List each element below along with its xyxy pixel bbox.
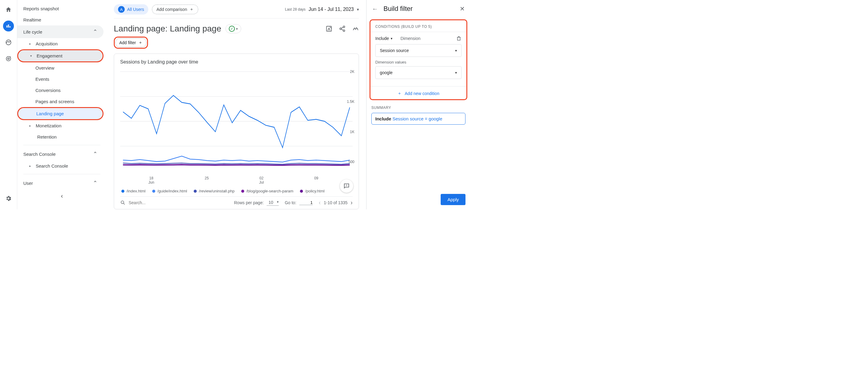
chevron-down-icon: ▾ <box>236 27 238 31</box>
caret-right-icon: ▸ <box>29 124 31 127</box>
segment-letter: A <box>118 6 125 13</box>
legend-label: /policy.html <box>305 189 324 193</box>
collapse-sidebar-icon[interactable]: ‹ <box>17 189 106 202</box>
add-comparison-label: Add comparison <box>156 7 187 12</box>
goto-page-input[interactable] <box>299 200 313 205</box>
chevron-down-icon: ▾ <box>455 49 457 53</box>
sidebar-item-label: Engagement <box>37 53 62 58</box>
sidebar-item-conversions[interactable]: Conversions <box>17 85 103 96</box>
caret-down-icon: ▾ <box>30 54 32 58</box>
sidebar-item-label: Retention <box>37 134 57 139</box>
legend-item[interactable]: /policy.html <box>300 189 324 193</box>
plus-icon: ＋ <box>189 7 194 12</box>
sidebar-item-label: Acquisition <box>36 41 58 46</box>
sidebar-item-pages-screens[interactable]: Pages and screens <box>17 96 103 107</box>
customize-icon[interactable] <box>326 25 332 32</box>
search-icon <box>120 200 126 205</box>
rows-per-page-select[interactable]: 10 <box>267 199 279 206</box>
home-icon[interactable] <box>3 4 14 15</box>
legend-item[interactable]: /index.html <box>121 189 146 193</box>
svg-point-9 <box>357 28 358 29</box>
prev-page-icon[interactable]: ‹ <box>319 199 321 206</box>
insights-icon[interactable] <box>352 25 359 32</box>
add-comparison-button[interactable]: Add comparison ＋ <box>152 4 198 14</box>
chevron-up-icon: ⌃ <box>93 180 97 186</box>
sidebar-reports-snapshot[interactable]: Reports snapshot <box>17 3 106 14</box>
y-tick: 2K <box>345 70 354 74</box>
back-icon[interactable]: ← <box>372 5 378 12</box>
sidebar-item-label: Monetization <box>36 123 61 128</box>
legend-label: /guide/index.html <box>157 189 187 193</box>
sidebar-item-retention[interactable]: Retention <box>17 131 103 142</box>
feedback-button[interactable] <box>340 180 353 193</box>
x-tick: 25 <box>205 176 209 185</box>
rows-per-page-label: Rows per page: <box>234 200 264 205</box>
sidebar-section-search-console[interactable]: Search Console ⌃ <box>17 148 103 160</box>
add-filter-button[interactable]: Add filter ＋ <box>115 38 147 47</box>
chart-title: Sessions by Landing page over time <box>120 59 352 65</box>
y-tick: 500 <box>345 160 354 164</box>
reports-icon[interactable] <box>3 21 14 31</box>
dimension-select[interactable]: Session source ▾ <box>375 44 462 57</box>
apply-button[interactable]: Apply <box>441 194 465 205</box>
include-label: Include <box>375 36 389 41</box>
summary-include: Include <box>375 116 391 121</box>
close-icon[interactable]: ✕ <box>460 5 465 12</box>
line-chart <box>120 68 352 175</box>
legend-label: /index.html <box>126 189 146 193</box>
dimension-value-selected: google <box>380 70 393 75</box>
svg-point-6 <box>343 30 345 32</box>
sidebar-item-overview[interactable]: Overview <box>17 62 103 73</box>
chevron-up-icon: ⌃ <box>93 151 97 157</box>
legend-item[interactable]: /blog/google-search-param <box>241 189 293 193</box>
sidebar-item-acquisition[interactable]: ▸ Acquisition <box>17 38 103 49</box>
sidebar-item-monetization[interactable]: ▸ Monetization <box>17 120 103 131</box>
share-icon[interactable] <box>339 25 346 32</box>
sidebar-section-life-cycle[interactable]: Life cycle ⌃ <box>17 25 103 38</box>
dimension-values-label: Dimension values <box>375 60 462 64</box>
dimension-heading: Dimension <box>400 36 421 41</box>
legend-item[interactable]: /review/uninstall.php <box>194 189 235 193</box>
settings-icon[interactable] <box>3 193 14 204</box>
svg-point-7 <box>353 29 354 30</box>
explore-icon[interactable] <box>3 37 14 48</box>
status-pill[interactable]: ✓ ▾ <box>225 24 241 33</box>
legend-label: /blog/google-search-param <box>246 189 293 193</box>
add-condition-label: Add new condition <box>405 91 439 96</box>
sidebar-item-search-console[interactable]: ▸ Search Console <box>17 160 103 171</box>
sidebar-realtime[interactable]: Realtime <box>17 14 106 25</box>
svg-point-8 <box>355 29 356 30</box>
next-page-icon[interactable]: › <box>350 199 352 206</box>
table-search-input[interactable] <box>129 200 228 205</box>
dimension-value: Session source <box>380 48 409 53</box>
delete-condition-icon[interactable] <box>456 36 462 41</box>
x-tick: 18Jun <box>148 176 154 185</box>
svg-point-2 <box>7 58 9 60</box>
page-range: 1-10 of 1335 <box>324 200 348 205</box>
add-condition-button[interactable]: ＋ Add new condition <box>370 86 466 99</box>
date-range-value: Jun 14 - Jul 11, 2023 <box>309 7 354 12</box>
legend-item[interactable]: /guide/index.html <box>152 189 187 193</box>
plus-icon: ＋ <box>397 91 402 96</box>
sidebar-item-events[interactable]: Events <box>17 73 103 85</box>
legend-dot <box>152 190 155 193</box>
svg-point-14 <box>121 201 124 203</box>
y-tick: 1.5K <box>345 99 354 104</box>
legend-label: /review/uninstall.php <box>199 189 235 193</box>
date-range-preset: Last 28 days <box>285 7 306 11</box>
caret-right-icon: ▸ <box>29 164 31 168</box>
sidebar-item-landing-page[interactable]: Landing page <box>17 107 103 120</box>
x-tick: 09 <box>314 176 318 185</box>
advertising-icon[interactable] <box>3 53 14 64</box>
date-range-picker[interactable]: Last 28 days Jun 14 - Jul 11, 2023 ▾ <box>285 7 359 12</box>
sidebar-section-user[interactable]: User ⌃ <box>17 177 103 189</box>
include-exclude-select[interactable]: Include ▾ <box>375 36 393 41</box>
sidebar-item-engagement[interactable]: ▾ Engagement <box>17 49 103 62</box>
summary-label: SUMMARY <box>371 105 465 110</box>
dimension-value-select[interactable]: google ▾ <box>375 66 462 79</box>
segment-chip[interactable]: A All Users <box>114 4 148 14</box>
sidebar-section-label: Search Console <box>23 152 56 157</box>
chevron-down-icon: ▾ <box>391 37 393 40</box>
summary-chip: Include Session source = google <box>371 113 465 125</box>
sidebar-item-label: Search Console <box>36 163 68 168</box>
